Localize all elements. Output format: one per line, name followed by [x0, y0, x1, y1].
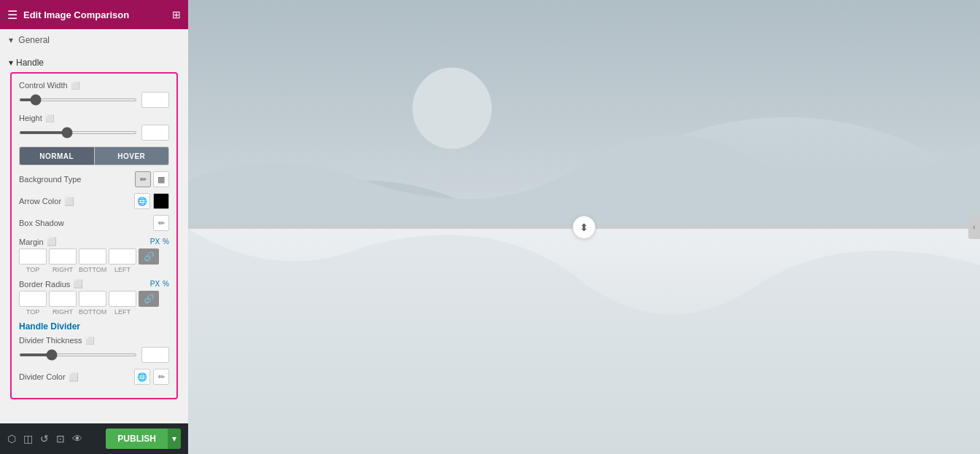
border-radius-left-label: LEFT: [109, 308, 136, 316]
margin-top-input[interactable]: [19, 248, 47, 265]
divider-thickness-responsive-icon[interactable]: ⬜: [85, 337, 94, 345]
svg-point-1: [413, 68, 492, 149]
after-image: [188, 229, 980, 455]
history-icon[interactable]: ↺: [40, 433, 49, 445]
margin-top-label: TOP: [19, 266, 47, 273]
arrow-color-globe-icon[interactable]: 🌐: [134, 193, 150, 209]
state-tabs: NORMAL HOVER: [19, 146, 169, 165]
divider-color-label: Divider Color ⬜: [19, 372, 79, 382]
general-label: General: [18, 35, 50, 45]
border-radius-right-label: RIGHT: [49, 308, 77, 316]
divider-thickness-row: Divider Thickness ⬜: [19, 336, 169, 363]
control-width-row: Control Width ⬜: [19, 81, 169, 108]
border-radius-unit-toggle: PX %: [150, 280, 169, 288]
responsive-icon[interactable]: ⊡: [56, 433, 65, 445]
box-shadow-controls: ✏: [153, 215, 169, 231]
border-radius-px-unit[interactable]: PX: [150, 280, 160, 288]
divider-thickness-label: Divider Thickness ⬜: [19, 336, 169, 345]
divider-color-responsive-icon[interactable]: ⬜: [69, 372, 79, 382]
comparison-wrapper: ⬍: [188, 0, 980, 454]
general-section[interactable]: ▾ General: [0, 29, 188, 52]
margin-left-input[interactable]: [109, 248, 136, 265]
after-image-svg: [188, 229, 980, 455]
normal-tab[interactable]: NORMAL: [19, 146, 95, 165]
height-slider-row: [19, 125, 169, 141]
handle-section: ▾ Handle Control Width ⬜: [0, 52, 188, 402]
sidebar-content: ▾ General ▾ Handle Control Width ⬜: [0, 29, 188, 423]
border-radius-top-input[interactable]: [19, 291, 47, 307]
box-shadow-row: Box Shadow ✏: [19, 215, 169, 231]
handle-circle[interactable]: ⬍: [572, 216, 596, 239]
box-shadow-edit-icon[interactable]: ✏: [153, 215, 169, 231]
bg-type-solid-icon[interactable]: ✏: [135, 171, 151, 187]
box-shadow-label: Box Shadow: [19, 219, 64, 227]
arrow-color-swatch[interactable]: [153, 193, 169, 209]
border-radius-link-button[interactable]: 🔗: [139, 291, 159, 307]
margin-right-input[interactable]: [49, 248, 77, 265]
hover-tab[interactable]: HOVER: [95, 146, 170, 165]
border-radius-trbl-row: 🔗: [19, 291, 169, 307]
height-label: Height ⬜: [19, 114, 169, 122]
control-width-slider[interactable]: [19, 98, 137, 101]
border-radius-trbl-labels: TOP RIGHT BOTTOM LEFT: [19, 308, 169, 316]
margin-unit-toggle: PX %: [150, 238, 169, 246]
control-width-slider-row: [19, 92, 169, 108]
margin-right-label: RIGHT: [49, 266, 77, 273]
page-title: Edit Image Comparison: [23, 9, 166, 20]
margin-px-unit[interactable]: PX: [150, 238, 160, 246]
handle-label: Handle: [16, 58, 44, 68]
border-radius-bottom-input[interactable]: [79, 291, 106, 307]
divider-color-globe-icon[interactable]: 🌐: [134, 369, 150, 385]
height-input[interactable]: [141, 125, 169, 141]
publish-button[interactable]: PUBLISH: [106, 428, 168, 449]
divider-thickness-slider[interactable]: [19, 353, 137, 356]
margin-trbl-labels: TOP RIGHT BOTTOM LEFT: [19, 266, 169, 273]
handle-section-label[interactable]: ▾ Handle: [9, 58, 179, 68]
arrow-color-label: Arrow Color ⬜: [19, 197, 74, 206]
layers-icon[interactable]: ⬡: [7, 433, 16, 445]
divider-color-edit-icon[interactable]: ✏: [153, 369, 169, 385]
publish-wrap: PUBLISH ▾: [106, 428, 181, 449]
border-radius-left-input[interactable]: [109, 291, 136, 307]
margin-row: Margin ⬜ PX % 🔗: [19, 237, 169, 273]
border-radius-right-input[interactable]: [49, 291, 77, 307]
divider-thickness-slider-row: [19, 347, 169, 363]
border-radius-row: Border Radius ⬜ PX %: [19, 279, 169, 316]
border-radius-percent-unit[interactable]: %: [163, 280, 169, 288]
border-radius-bottom-label: BOTTOM: [79, 308, 106, 316]
handle-panel: Control Width ⬜ Height ⬜: [10, 72, 178, 399]
margin-label-row: Margin ⬜ PX %: [19, 237, 169, 246]
border-radius-label: Border Radius ⬜: [19, 279, 83, 289]
bottom-toolbar: ⬡ ◫ ↺ ⊡ 👁 PUBLISH ▾: [0, 423, 188, 454]
sidebar: ☰ Edit Image Comparison ⊞ ▾ General ▾ Ha…: [0, 0, 188, 454]
publish-dropdown-button[interactable]: ▾: [168, 428, 181, 449]
arrow-color-responsive-icon[interactable]: ⬜: [64, 197, 74, 206]
margin-link-button[interactable]: 🔗: [139, 248, 159, 265]
margin-bottom-label: BOTTOM: [79, 266, 106, 273]
arrow-color-row: Arrow Color ⬜ 🌐: [19, 193, 169, 209]
eye-icon[interactable]: 👁: [72, 433, 82, 445]
stack-icon[interactable]: ◫: [23, 433, 33, 445]
control-width-input[interactable]: [141, 92, 169, 108]
margin-bottom-input[interactable]: [79, 248, 106, 265]
control-width-responsive-icon[interactable]: ⬜: [71, 82, 79, 90]
height-slider[interactable]: [19, 131, 137, 134]
border-radius-responsive-icon[interactable]: ⬜: [73, 279, 83, 289]
before-image-svg: [188, 0, 980, 226]
sidebar-header: ☰ Edit Image Comparison ⊞: [0, 0, 188, 29]
margin-trbl-row: 🔗: [19, 248, 169, 265]
border-radius-label-row: Border Radius ⬜ PX %: [19, 279, 169, 289]
menu-icon[interactable]: ☰: [7, 8, 18, 22]
divider-thickness-input[interactable]: [141, 347, 169, 363]
margin-responsive-icon[interactable]: ⬜: [47, 237, 57, 246]
background-type-label: Background Type: [19, 175, 81, 184]
divider-handle[interactable]: ⬍: [188, 226, 980, 229]
margin-left-label: LEFT: [109, 266, 136, 273]
collapse-sidebar-icon[interactable]: ‹: [968, 216, 980, 239]
bg-type-gradient-icon[interactable]: ▦: [153, 171, 169, 187]
margin-percent-unit[interactable]: %: [163, 238, 169, 246]
height-responsive-icon[interactable]: ⬜: [45, 114, 54, 122]
grid-icon[interactable]: ⊞: [172, 9, 181, 20]
border-radius-top-label: TOP: [19, 308, 47, 316]
toolbar-icons: ⬡ ◫ ↺ ⊡ 👁: [7, 433, 82, 445]
